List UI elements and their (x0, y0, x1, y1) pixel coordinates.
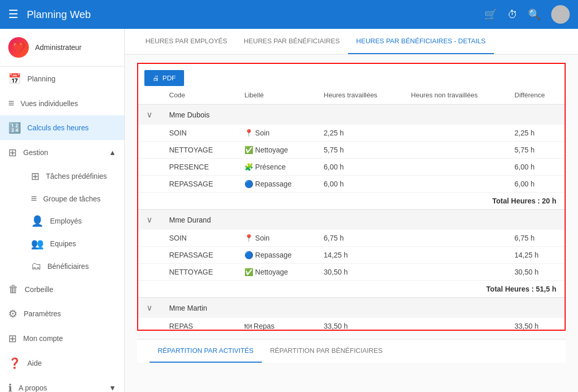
tab-beneficiaires[interactable]: HEURES PAR BÉNÉFICIAIRES (236, 29, 348, 54)
row-expand (138, 230, 161, 247)
avatar: ❤️ (8, 37, 29, 58)
help-icon: ❓ (8, 357, 21, 369)
content-area: 🖨 PDF Code Libellé Heures travaillées He… (125, 55, 578, 371)
sidebar-item-a-propos[interactable]: ℹ A propos ▼ (0, 376, 124, 392)
row-expand (138, 159, 161, 176)
sidebar-label: Planning (27, 75, 56, 83)
beneficiaires-icon: 🗂 (31, 260, 41, 272)
col-libelle: Libellé (236, 86, 316, 105)
table-row[interactable]: ∨ Mme Dubois (138, 105, 565, 125)
row-non-travaillees (403, 176, 506, 193)
sidebar-item-gestion[interactable]: ⊞ Gestion ▲ (0, 140, 124, 165)
equipes-icon: 👥 (31, 237, 44, 250)
sidebar-item-beneficiaires[interactable]: 🗂 Bénéficiaires (23, 255, 124, 277)
calendar-icon: 📅 (8, 73, 21, 85)
bottom-tab-beneficiaires[interactable]: RÉPARTITION PAR BÉNÉFICIAIRES (262, 339, 391, 363)
content: HEURES PAR EMPLOYÉS HEURES PAR BÉNÉFICIA… (125, 29, 578, 392)
table-row[interactable]: ∨ Mme Martin (138, 298, 565, 318)
row-expand (138, 318, 161, 331)
sidebar-item-groupe-taches[interactable]: ≡ Groupe de tâches (23, 188, 124, 210)
sidebar-label: Corbeille (25, 285, 53, 294)
total-label: Total Heures : 51,5 h (138, 281, 565, 298)
row-expand (138, 247, 161, 264)
printer-icon: 🖨 (153, 74, 159, 82)
tab-details[interactable]: HEURES PAR BÉNÉFICIAIRES - DETAILS (348, 29, 494, 54)
total-label: Total Heures : 20 h (138, 193, 565, 210)
row-heures: 33,50 h (316, 318, 403, 331)
col-heures-travaillees: Heures travaillées (316, 86, 403, 105)
row-heures: 6,00 h (316, 159, 403, 176)
account-icon: ⊞ (8, 332, 17, 345)
hours-table: Code Libellé Heures travaillées Heures n… (138, 86, 565, 331)
row-libelle: ✅ Nettoyage (236, 142, 316, 159)
table-row: REPASSAGE 🔵 Repassage 14,25 h 14,25 h (138, 247, 565, 264)
taches-icon: ⊞ (31, 170, 40, 182)
sidebar-item-employes[interactable]: 👤 Employés (23, 210, 124, 232)
row-non-travaillees (403, 230, 506, 247)
group-name: Mme Durand (161, 210, 565, 230)
row-heures: 2,25 h (316, 125, 403, 142)
row-libelle: 🔵 Repassage (236, 176, 316, 193)
group-name: Mme Martin (161, 298, 565, 318)
bottom-tab-activites[interactable]: RÉPARTITION PAR ACTIVITÉS (150, 339, 262, 363)
row-libelle: 📍 Soin (236, 125, 316, 142)
row-non-travaillees (403, 247, 506, 264)
sidebar-label: Calculs des heures (27, 124, 89, 132)
sidebar-label: Paramètres (24, 310, 61, 318)
row-libelle: 🍽 Repas (236, 318, 316, 331)
row-libelle: 🔵 Repassage (236, 247, 316, 264)
pdf-button[interactable]: 🖨 PDF (144, 70, 184, 86)
sidebar-sub-gestion: ⊞ Tâches prédéfinies ≡ Groupe de tâches … (0, 165, 124, 277)
sidebar-label: Employés (50, 217, 81, 225)
sidebar-item-equipes[interactable]: 👥 Equipes (23, 232, 124, 255)
sidebar-label: Mon compte (23, 334, 63, 343)
sidebar-item-calculs[interactable]: 🔢 Calculs des heures (0, 115, 124, 140)
row-difference: 6,75 h (506, 230, 565, 247)
bottom-tabs-bar: RÉPARTITION PAR ACTIVITÉS RÉPARTITION PA… (137, 339, 566, 363)
total-row: Total Heures : 20 h (138, 193, 565, 210)
sidebar-item-vues[interactable]: ≡ Vues individuelles (0, 91, 124, 115)
sidebar-item-taches[interactable]: ⊞ Tâches prédéfinies (23, 165, 124, 188)
row-difference: 2,25 h (506, 125, 565, 142)
table-row: REPAS 🍽 Repas 33,50 h 33,50 h (138, 318, 565, 331)
avatar[interactable] (551, 5, 570, 24)
row-heures: 30,50 h (316, 264, 403, 281)
col-expand (138, 86, 161, 105)
row-difference: 33,50 h (506, 318, 565, 331)
row-code: REPASSAGE (161, 247, 236, 264)
list-icon: ≡ (8, 97, 14, 109)
row-expand (138, 176, 161, 193)
sidebar-label: Tâches prédéfinies (46, 172, 107, 180)
sidebar-item-planning[interactable]: 📅 Planning (0, 66, 124, 91)
menu-icon[interactable]: ☰ (8, 8, 19, 21)
row-code: NETTOYAGE (161, 142, 236, 159)
pdf-label: PDF (162, 74, 176, 82)
topbar: ☰ Planning Web 🛒 ⏱ 🔍 (0, 0, 578, 29)
employes-icon: 👤 (31, 215, 44, 227)
chevron-icon: ∨ (138, 105, 161, 125)
sidebar-item-aide[interactable]: ❓ Aide (0, 351, 124, 376)
sidebar-item-corbeille[interactable]: 🗑 Corbeille (0, 277, 124, 301)
sidebar-label: Aide (27, 359, 42, 367)
table-row[interactable]: ∨ Mme Durand (138, 210, 565, 230)
row-heures: 5,75 h (316, 142, 403, 159)
row-difference: 6,00 h (506, 176, 565, 193)
search-icon[interactable]: 🔍 (528, 8, 541, 21)
col-difference: Différence (506, 86, 565, 105)
row-non-travaillees (403, 125, 506, 142)
sidebar-item-parametres[interactable]: ⚙ Paramètres (0, 301, 124, 326)
row-non-travaillees (403, 159, 506, 176)
row-libelle: 📍 Soin (236, 230, 316, 247)
chevron-icon: ∨ (138, 210, 161, 230)
row-heures: 6,00 h (316, 176, 403, 193)
cart-icon[interactable]: 🛒 (484, 8, 497, 21)
history-icon[interactable]: ⏱ (507, 9, 518, 21)
row-libelle: 🧩 Présence (236, 159, 316, 176)
row-difference: 6,00 h (506, 159, 565, 176)
table-row: SOIN 📍 Soin 2,25 h 2,25 h (138, 125, 565, 142)
table-container: 🖨 PDF Code Libellé Heures travaillées He… (137, 63, 566, 331)
tab-employes[interactable]: HEURES PAR EMPLOYÉS (137, 29, 236, 54)
sidebar-item-mon-compte[interactable]: ⊞ Mon compte (0, 326, 124, 351)
username: Administrateur (35, 43, 81, 52)
sidebar-label: Groupe de tâches (43, 195, 101, 203)
